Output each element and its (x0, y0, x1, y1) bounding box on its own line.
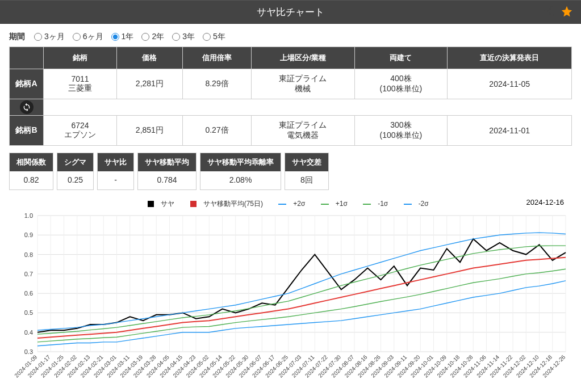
margin-b: 0.27倍 (182, 116, 251, 146)
period-option-3ヶ月[interactable]: 3ヶ月 (34, 32, 65, 42)
metric-サヤ交差: サヤ交差8回 (285, 153, 329, 190)
legend-m2s: -2σ (419, 200, 429, 208)
row-label-b: 銘柄B (10, 116, 44, 146)
svg-text:0.7: 0.7 (24, 271, 33, 277)
metric-サヤ比: サヤ比- (97, 153, 134, 190)
lots-a: 400株 (100株単位) (354, 69, 448, 99)
period-option-3年[interactable]: 3年 (172, 32, 195, 42)
swap-row (10, 99, 572, 116)
svg-text:0.6: 0.6 (24, 290, 33, 297)
market-b: 東証プライム 電気機器 (252, 116, 354, 146)
svg-text:0.4: 0.4 (24, 329, 33, 336)
stock-table: 銘柄価格信用倍率上場区分/業種両建て直近の決算発表日 銘柄A 7011 三菱重 … (9, 47, 572, 146)
page-header: サヤ比チャート (0, 0, 581, 24)
chart-date: 2024-12-16 (526, 198, 565, 206)
price-a: 2,281円 (116, 69, 182, 99)
header-icons (542, 5, 573, 19)
table-header: 上場区分/業種 (252, 47, 354, 69)
swap-cell (10, 99, 44, 116)
metric-シグマ: シグマ0.25 (57, 153, 94, 190)
margin-a: 8.29倍 (182, 69, 251, 99)
period-option-2年[interactable]: 2年 (141, 32, 164, 42)
metric-サヤ移動平均: サヤ移動平均0.784 (137, 153, 197, 190)
svg-text:1.0: 1.0 (24, 212, 33, 219)
metric-サヤ移動平均乖離率: サヤ移動平均乖離率2.08% (200, 153, 281, 190)
page-title: サヤ比チャート (257, 6, 324, 19)
period-radio-group: 3ヶ月6ヶ月1年2年3年5年 (34, 32, 233, 42)
svg-text:0.9: 0.9 (24, 231, 33, 238)
table-header: 直近の決算発表日 (448, 47, 572, 69)
earnings-a: 2024-11-05 (448, 69, 572, 99)
period-controls: 期間 3ヶ月6ヶ月1年2年3年5年 (0, 24, 581, 47)
table-header: 価格 (116, 47, 182, 69)
price-b: 2,851円 (116, 116, 182, 146)
svg-point-1 (544, 10, 547, 13)
table-header: 銘柄 (44, 47, 117, 69)
period-option-1年[interactable]: 1年 (111, 32, 134, 42)
metric-相関係数: 相関係数0.82 (9, 153, 53, 190)
svg-text:0.8: 0.8 (24, 251, 33, 258)
chart-legend: サヤ サヤ移動平均(75日) +2σ +1σ -1σ -2σ (9, 196, 572, 210)
legend-p1s: +1σ (336, 200, 348, 208)
earnings-b: 2024-11-01 (448, 116, 572, 146)
corner-blank (10, 47, 44, 69)
table-header: 両建て (354, 47, 448, 69)
legend-ma: サヤ移動平均(75日) (203, 200, 263, 208)
row-label-a: 銘柄A (10, 69, 44, 99)
table-row-b: 銘柄B 6724 エプソン 2,851円 0.27倍 東証プライム 電気機器 3… (10, 116, 572, 146)
lots-b: 300株 (100株単位) (354, 116, 448, 146)
stock-b[interactable]: 6724 エプソン (44, 116, 117, 146)
share-icon[interactable] (542, 5, 555, 19)
svg-point-0 (550, 6, 554, 9)
market-a: 東証プライム 機械 (252, 69, 354, 99)
swap-button[interactable] (20, 100, 34, 114)
star-icon[interactable] (561, 5, 573, 19)
svg-text:0.5: 0.5 (24, 309, 33, 316)
period-label: 期間 (9, 32, 25, 42)
legend-p2s: +2σ (293, 200, 305, 208)
period-option-5年[interactable]: 5年 (203, 32, 225, 42)
svg-point-2 (550, 13, 554, 16)
period-option-6ヶ月[interactable]: 6ヶ月 (73, 32, 103, 42)
chart-area: サヤ サヤ移動平均(75日) +2σ +1σ -1σ -2σ 2024-12-1… (0, 192, 581, 392)
legend-m1s: -1σ (378, 200, 388, 208)
legend-saya: サヤ (161, 200, 174, 208)
svg-text:0.3: 0.3 (24, 348, 33, 355)
table-header: 信用倍率 (182, 47, 251, 69)
line-chart[interactable]: 0.30.40.50.60.70.80.91.02024-01-092024-0… (9, 210, 571, 391)
table-row-a: 銘柄A 7011 三菱重 2,281円 8.29倍 東証プライム 機械 400株… (10, 69, 572, 99)
stock-a[interactable]: 7011 三菱重 (44, 69, 117, 99)
metrics-row: 相関係数0.82シグマ0.25サヤ比-サヤ移動平均0.784サヤ移動平均乖離率2… (0, 146, 581, 192)
